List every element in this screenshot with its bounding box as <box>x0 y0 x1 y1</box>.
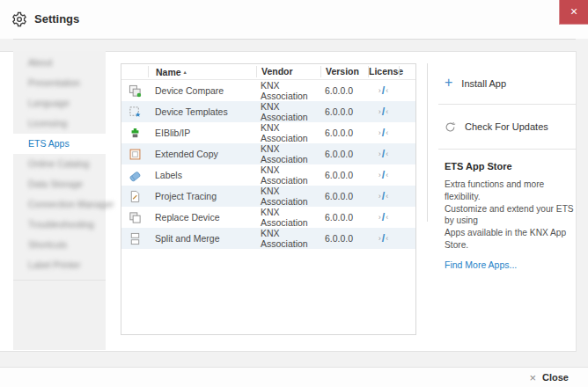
labels-icon <box>129 169 142 182</box>
app-version: 6.0.0.0 <box>320 191 368 201</box>
sidebar-item-language[interactable]: Language <box>13 93 106 113</box>
table-header: Name▴ Vendor Version License <box>121 64 415 80</box>
close-button-label: Close <box>542 372 569 383</box>
extended-copy-icon <box>129 148 142 161</box>
app-version: 6.0.0.0 <box>320 149 368 159</box>
project-tracing-icon <box>129 190 142 203</box>
replace-device-icon <box>129 211 142 224</box>
app-vendor: KNX Association <box>256 122 320 143</box>
license-icon: ›/‹ <box>379 191 388 202</box>
sidebar-item-online-catalog[interactable]: Online Catalog <box>13 154 106 174</box>
sidebar-item-label-printer[interactable]: Label Printer <box>13 255 106 275</box>
column-header-vendor[interactable]: Vendor <box>256 66 320 77</box>
device-templates-icon <box>129 106 142 119</box>
sidebar-item-label: Troubleshooting <box>28 219 94 230</box>
sidebar-item-label: About <box>28 57 52 68</box>
app-vendor: KNX Association <box>256 207 320 228</box>
app-version: 6.0.0.0 <box>320 128 368 138</box>
gear-icon <box>11 11 27 27</box>
column-header-license[interactable]: License <box>368 66 399 77</box>
sidebar-item-label: Online Catalog <box>28 158 89 169</box>
column-header-name-label: Name <box>156 67 181 77</box>
sidebar-item-label: ETS Apps <box>28 138 70 149</box>
app-store-section: ETS App Store Extra functions and more f… <box>438 150 577 270</box>
settings-sidebar: AboutPresentationLanguageLicensingETS Ap… <box>13 51 106 350</box>
sidebar-item-label: Shortcuts <box>28 239 67 250</box>
license-icon: ›/‹ <box>379 170 388 181</box>
sidebar-item-ets-apps[interactable]: ETS Apps <box>13 134 121 154</box>
sidebar-item-label: Label Printer <box>28 259 81 270</box>
table-row[interactable]: Replace DeviceKNX Association6.0.0.0›/‹ <box>121 207 415 228</box>
find-more-apps-link[interactable]: Find More Apps... <box>445 259 577 270</box>
column-header-icon[interactable] <box>121 66 148 77</box>
table-row[interactable]: Extended CopyKNX Association6.0.0.0›/‹ <box>121 143 415 164</box>
column-header-filler <box>399 66 415 77</box>
app-store-heading: ETS App Store <box>445 161 577 172</box>
sidebar-item-label: Connection Manager <box>28 199 114 209</box>
app-name: Device Compare <box>148 85 256 96</box>
table-row[interactable]: EIBlib/IPKNX Association6.0.0.0›/‹ <box>121 122 415 143</box>
eiblib-ip-icon <box>129 127 142 140</box>
app-vendor: KNX Association <box>256 80 320 101</box>
sidebar-item-label: Licensing <box>28 118 67 128</box>
app-version: 6.0.0.0 <box>320 85 368 96</box>
app-name: Project Tracing <box>148 191 256 201</box>
install-app-label: Install App <box>461 78 506 89</box>
license-icon: ›/‹ <box>379 149 388 160</box>
license-icon: ›/‹ <box>379 106 388 118</box>
sort-ascending-icon: ▴ <box>184 69 187 75</box>
app-vendor: KNX Association <box>256 164 320 186</box>
sidebar-item-label: Data Storage <box>28 179 83 189</box>
sidebar-item-troubleshooting[interactable]: Troubleshooting <box>13 215 106 235</box>
app-version: 6.0.0.0 <box>320 212 368 223</box>
apps-table: Name▴ Vendor Version License Device Comp… <box>121 63 416 335</box>
check-for-updates-label: Check For Updates <box>465 121 548 132</box>
window-close-button[interactable]: × <box>559 0 588 25</box>
column-header-name[interactable]: Name▴ <box>148 66 256 77</box>
app-table-rows: Device CompareKNX Association6.0.0.0›/‹D… <box>121 80 415 249</box>
titlebar: Settings × <box>0 0 588 39</box>
table-row[interactable]: Device TemplatesKNX Association6.0.0.0›/… <box>121 101 415 122</box>
app-name: Extended Copy <box>148 149 256 159</box>
device-compare-icon <box>129 84 142 98</box>
close-button[interactable]: × Close <box>529 372 569 383</box>
app-version: 6.0.0.0 <box>320 170 368 180</box>
page-title: Settings <box>34 0 79 39</box>
table-row[interactable]: Device CompareKNX Association6.0.0.0›/‹ <box>121 80 415 101</box>
app-vendor: KNX Association <box>256 228 320 249</box>
sidebar-item-presentation[interactable]: Presentation <box>13 73 106 93</box>
table-row[interactable]: Split and MergeKNX Association6.0.0.0›/‹ <box>121 228 415 249</box>
footer-bar: × Close <box>0 367 588 387</box>
close-x-icon: × <box>529 372 536 383</box>
license-icon: ›/‹ <box>379 128 388 139</box>
license-icon: ›/‹ <box>379 233 388 245</box>
check-for-updates-button[interactable]: Check For Updates <box>438 105 577 149</box>
sidebar-list: AboutPresentationLanguageLicensingETS Ap… <box>13 51 106 275</box>
sidebar-item-label: Language <box>28 98 70 108</box>
app-name: Device Templates <box>148 106 256 117</box>
app-vendor: KNX Association <box>256 143 320 164</box>
split-merge-icon <box>129 232 142 245</box>
sidebar-section-divider <box>13 280 106 281</box>
app-name: Labels <box>148 170 256 180</box>
sidebar-item-licensing[interactable]: Licensing <box>13 113 106 134</box>
refresh-icon <box>445 121 456 133</box>
table-row[interactable]: LabelsKNX Association6.0.0.0›/‹ <box>121 164 415 186</box>
app-name: Split and Merge <box>148 233 256 244</box>
app-name: EIBlib/IP <box>148 128 256 138</box>
column-header-version[interactable]: Version <box>320 66 368 77</box>
plus-icon: + <box>445 76 452 90</box>
sidebar-item-connection-manager[interactable]: Connection Manager <box>13 194 106 215</box>
app-vendor: KNX Association <box>256 186 320 207</box>
app-version: 6.0.0.0 <box>320 106 368 117</box>
install-app-button[interactable]: + Install App <box>438 63 577 104</box>
sidebar-item-about[interactable]: About <box>13 53 106 73</box>
license-icon: ›/‹ <box>379 212 388 223</box>
license-icon: ›/‹ <box>379 85 388 97</box>
sidebar-item-shortcuts[interactable]: Shortcuts <box>13 235 106 255</box>
header-divider <box>13 39 576 40</box>
panel-divider <box>427 63 428 222</box>
table-row[interactable]: Project TracingKNX Association6.0.0.0›/‹ <box>121 186 415 207</box>
sidebar-item-data-storage[interactable]: Data Storage <box>13 174 106 194</box>
app-store-description: Extra functions and more flexibility. Cu… <box>445 179 577 252</box>
